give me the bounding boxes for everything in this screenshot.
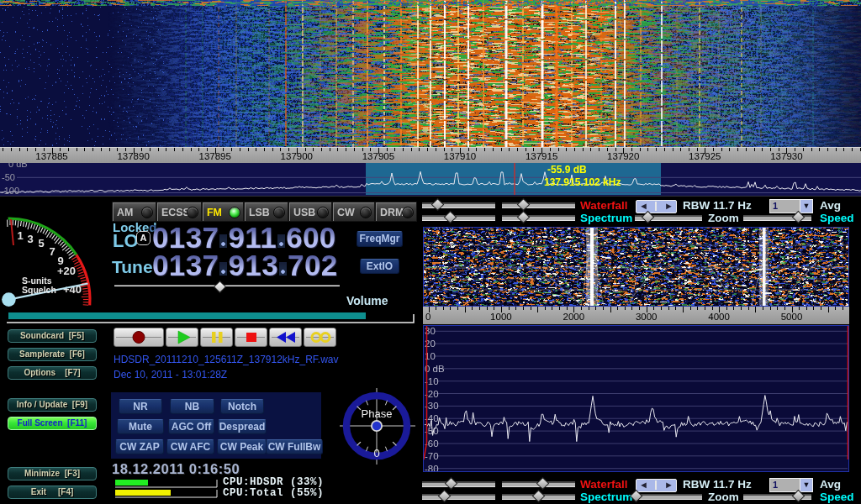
svg-text:0 dB: 0 dB	[425, 364, 445, 374]
svg-text:-70: -70	[425, 451, 439, 461]
svg-text:5: 5	[38, 237, 44, 249]
svg-text:0 dB: 0 dB	[8, 163, 28, 169]
svg-text:3: 3	[27, 233, 33, 245]
svg-text:137.915.102 kHz: 137.915.102 kHz	[544, 176, 621, 188]
svg-text:-55.9 dB: -55.9 dB	[547, 164, 587, 176]
svg-text:+20: +20	[57, 265, 76, 277]
svg-text:Phase: Phase	[362, 407, 393, 420]
svg-text:0: 0	[373, 447, 379, 459]
svg-text:7: 7	[49, 245, 55, 258]
svg-text:1: 1	[17, 229, 23, 242]
svg-text:-80: -80	[425, 464, 439, 472]
svg-text:-100: -100	[1, 186, 19, 196]
svg-text:-50: -50	[2, 172, 15, 182]
